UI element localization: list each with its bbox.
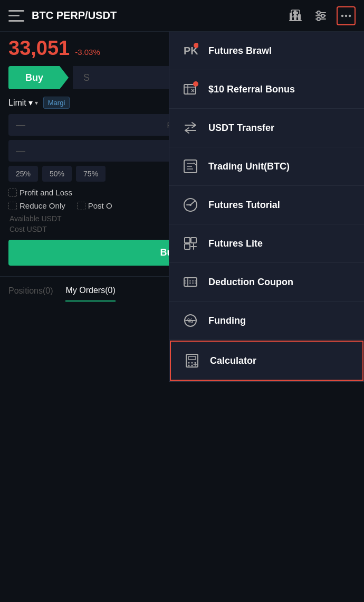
pk-icon: PK [181, 41, 200, 60]
reduce-only-box [8, 202, 17, 210]
svg-rect-3 [289, 20, 302, 21]
svg-point-50 [191, 362, 193, 364]
svg-text:%: % [187, 317, 193, 325]
dropdown-arrow: ▾ [28, 98, 33, 108]
order-type-label: Limit [8, 98, 26, 108]
calculator-icon [183, 351, 202, 370]
calculator-label: Calculator [210, 355, 256, 366]
futures-lite-label: Futures Lite [208, 238, 263, 249]
lite-icon [181, 234, 200, 253]
dropdown-item-deduction-coupon[interactable]: Deduction Coupon [169, 263, 364, 302]
price-change: -3.03% [75, 48, 100, 57]
price-minus[interactable]: — [16, 119, 25, 130]
svg-point-53 [191, 365, 193, 366]
trading-unit-label: Trading Unit(BTC) [208, 161, 290, 172]
svg-point-36 [189, 204, 191, 206]
reduce-only-label: Reduce Only [20, 201, 65, 210]
sell-label: S [83, 72, 90, 83]
dropdown-item-referral[interactable]: $10 Referral Bonus [169, 70, 364, 109]
dropdown-item-futures-lite[interactable]: Futures Lite [169, 224, 364, 263]
profit-loss-box [8, 189, 17, 197]
chart-icon[interactable] [286, 6, 305, 25]
svg-point-52 [188, 365, 190, 366]
dropdown-item-calculator[interactable]: Calculator [170, 341, 363, 381]
unit-icon [181, 157, 200, 176]
svg-point-12 [321, 14, 324, 17]
reduce-only-checkbox[interactable]: Reduce Only [8, 201, 65, 210]
transfer-icon [181, 118, 200, 137]
more-icon[interactable] [337, 6, 356, 25]
margin-badge[interactable]: Margi [43, 97, 70, 109]
pct-50-button[interactable]: 50% [42, 166, 72, 182]
available-label: Available USDT [9, 214, 62, 223]
svg-point-11 [317, 11, 320, 14]
menu-icon[interactable] [8, 10, 24, 22]
svg-rect-38 [191, 238, 196, 243]
dropdown-item-usdt-transfer[interactable]: USDT Transfer [169, 109, 364, 147]
referral-icon [181, 80, 200, 99]
header-icons [286, 6, 356, 25]
pct-25-button[interactable]: 25% [8, 166, 38, 182]
svg-rect-37 [185, 238, 190, 243]
svg-point-15 [345, 14, 347, 16]
settings-icon[interactable] [311, 6, 330, 25]
pct-75-button[interactable]: 75% [76, 166, 106, 182]
order-type-select[interactable]: Limit ▾ [8, 98, 38, 108]
header: BTC PERP/USDT [0, 0, 364, 32]
dropdown-menu: PK Futures Brawl $10 Referral Bonus [169, 32, 364, 382]
svg-point-14 [341, 14, 343, 16]
cost-label: Cost USDT [9, 225, 47, 233]
svg-point-27 [193, 81, 198, 87]
post-only-box [77, 202, 85, 210]
post-only-label: Post O [88, 201, 112, 210]
svg-rect-48 [188, 356, 196, 360]
tab-my-orders[interactable]: My Orders(0) [65, 286, 115, 302]
deduction-coupon-label: Deduction Coupon [208, 277, 293, 288]
referral-label: $10 Referral Bonus [208, 84, 295, 95]
tab-positions[interactable]: Positions(0) [8, 286, 53, 301]
dropdown-item-funding[interactable]: % Funding [169, 302, 364, 340]
profit-loss-label: Profit and Loss [20, 188, 72, 197]
dropdown-item-trading-unit[interactable]: Trading Unit(BTC) [169, 147, 364, 186]
svg-point-16 [349, 14, 351, 16]
svg-rect-5 [293, 12, 295, 14]
post-only-checkbox[interactable]: Post O [77, 201, 112, 210]
futures-brawl-label: Futures Brawl [208, 45, 272, 57]
svg-rect-39 [185, 244, 190, 249]
dropdown-item-futures-brawl[interactable]: PK Futures Brawl [169, 32, 364, 70]
svg-point-13 [317, 17, 320, 21]
profit-loss-checkbox[interactable]: Profit and Loss [8, 188, 72, 197]
svg-point-49 [188, 362, 190, 364]
page-title: BTC PERP/USDT [32, 10, 286, 22]
svg-rect-7 [293, 15, 298, 16]
buy-button[interactable]: Buy [8, 66, 69, 89]
funding-label: Funding [208, 315, 246, 326]
futures-tutorial-label: Futures Tutorial [208, 200, 280, 211]
tutorial-icon [181, 195, 200, 214]
dropdown-item-futures-tutorial[interactable]: Futures Tutorial [169, 186, 364, 224]
coupon-icon [181, 272, 200, 291]
svg-rect-6 [296, 12, 298, 14]
usdt-transfer-label: USDT Transfer [208, 123, 274, 134]
qty-minus[interactable]: — [16, 145, 25, 156]
svg-rect-40 [184, 278, 197, 286]
price-value: 33,051 [8, 37, 70, 60]
funding-icon: % [181, 311, 200, 330]
